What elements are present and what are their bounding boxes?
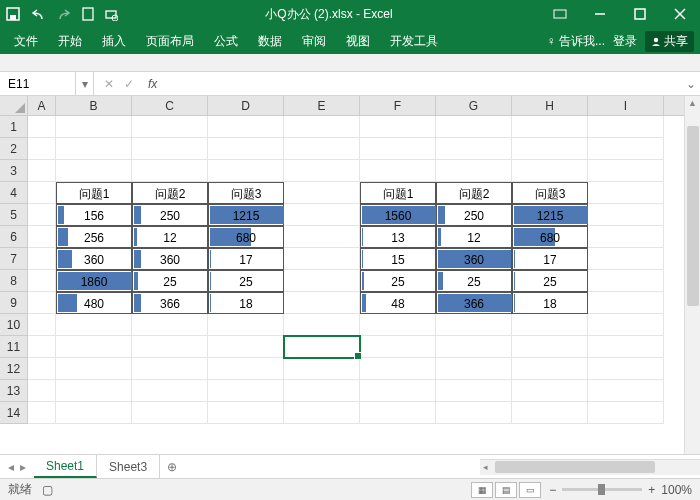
cell[interactable] [284,160,360,182]
cell[interactable] [28,380,56,402]
undo-icon[interactable] [30,7,46,21]
signin-button[interactable]: 登录 [613,33,637,50]
cell[interactable]: 1560 [360,204,436,226]
cell[interactable] [284,182,360,204]
column-header[interactable]: E [284,96,360,115]
cell[interactable] [588,336,664,358]
cell[interactable]: 1215 [208,204,284,226]
column-header[interactable]: A [28,96,56,115]
cell[interactable] [588,402,664,424]
cell[interactable]: 256 [56,226,132,248]
row-header[interactable]: 13 [0,380,28,402]
ribbon-tab-3[interactable]: 页面布局 [136,28,204,54]
cell[interactable] [284,292,360,314]
row-header[interactable]: 11 [0,336,28,358]
cell[interactable] [360,160,436,182]
cell[interactable]: 360 [132,248,208,270]
formula-bar-expand-icon[interactable]: ⌄ [682,77,700,91]
cell[interactable]: 25 [360,270,436,292]
cell[interactable] [56,402,132,424]
ribbon-tab-0[interactable]: 文件 [4,28,48,54]
zoom-out-button[interactable]: − [549,483,556,497]
cell[interactable] [28,138,56,160]
cell[interactable] [436,336,512,358]
page-break-view-button[interactable]: ▭ [519,482,541,498]
cell[interactable]: 25 [512,270,588,292]
cell[interactable] [512,402,588,424]
cell[interactable] [28,204,56,226]
normal-view-button[interactable]: ▦ [471,482,493,498]
column-header[interactable]: G [436,96,512,115]
new-icon[interactable] [82,7,94,21]
cell[interactable] [28,160,56,182]
cell[interactable] [512,160,588,182]
sheet-tab[interactable]: Sheet1 [34,455,97,478]
cell[interactable]: 360 [56,248,132,270]
name-box-dropdown-icon[interactable]: ▾ [76,72,94,95]
row-header[interactable]: 2 [0,138,28,160]
cell[interactable] [28,358,56,380]
cell[interactable] [28,402,56,424]
cell[interactable] [208,402,284,424]
sheet-tab[interactable]: Sheet3 [97,455,160,478]
cell[interactable] [512,116,588,138]
tell-me[interactable]: ♀ 告诉我... [547,33,605,50]
cell[interactable] [56,138,132,160]
cell[interactable] [436,380,512,402]
sheet-nav-prev-icon[interactable]: ◂ [8,460,14,474]
cell[interactable]: 13 [360,226,436,248]
cell[interactable] [208,380,284,402]
cell[interactable] [284,314,360,336]
cell[interactable] [284,116,360,138]
column-header[interactable]: I [588,96,664,115]
cell[interactable] [360,402,436,424]
cell[interactable] [56,336,132,358]
cell[interactable] [512,138,588,160]
cell[interactable] [132,380,208,402]
vertical-scrollbar[interactable]: ▲ [684,96,700,454]
cell[interactable]: 250 [436,204,512,226]
cell[interactable]: 680 [208,226,284,248]
cell[interactable] [284,380,360,402]
row-header[interactable]: 3 [0,160,28,182]
cell[interactable] [28,182,56,204]
cell[interactable] [132,138,208,160]
row-header[interactable]: 5 [0,204,28,226]
ribbon-tab-7[interactable]: 视图 [336,28,380,54]
cell[interactable] [588,226,664,248]
cell[interactable] [132,160,208,182]
cell[interactable] [588,204,664,226]
cell[interactable] [436,402,512,424]
cell[interactable]: 12 [132,226,208,248]
scroll-left-icon[interactable]: ◂ [480,462,491,472]
cell[interactable] [208,358,284,380]
column-header[interactable]: C [132,96,208,115]
cell[interactable] [588,116,664,138]
ribbon-tab-4[interactable]: 公式 [204,28,248,54]
cell[interactable] [284,336,360,358]
cell[interactable] [436,138,512,160]
cell[interactable] [208,336,284,358]
column-header[interactable]: H [512,96,588,115]
cell[interactable] [512,380,588,402]
row-header[interactable]: 10 [0,314,28,336]
cell[interactable] [56,314,132,336]
cell[interactable]: 18 [512,292,588,314]
name-box[interactable]: E11 [0,72,76,95]
cell[interactable] [588,380,664,402]
row-header[interactable]: 4 [0,182,28,204]
ribbon-tab-8[interactable]: 开发工具 [380,28,448,54]
cell[interactable] [56,358,132,380]
cell[interactable]: 25 [132,270,208,292]
minimize-button[interactable] [580,0,620,28]
print-preview-icon[interactable] [104,7,118,21]
cell[interactable] [588,160,664,182]
macro-record-icon[interactable]: ▢ [42,483,53,497]
horizontal-scrollbar[interactable]: ◂ [480,459,700,475]
zoom-slider[interactable] [562,488,642,491]
cell[interactable] [284,226,360,248]
cell[interactable] [208,116,284,138]
cell[interactable] [56,380,132,402]
cell[interactable] [588,358,664,380]
scroll-up-icon[interactable]: ▲ [688,98,697,108]
